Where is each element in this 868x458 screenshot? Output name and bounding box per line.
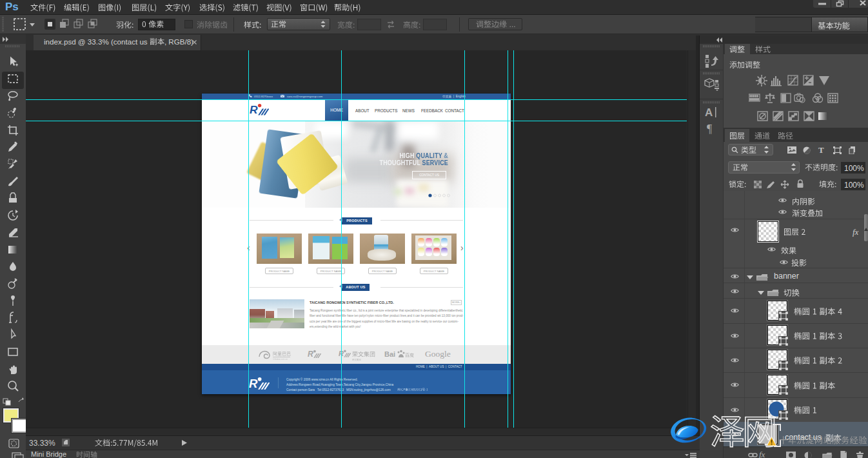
svg-text:Bai: Bai [384, 350, 395, 358]
svg-text:R: R [249, 377, 258, 390]
svg-text:R: R [250, 103, 258, 116]
svg-text:R: R [308, 350, 313, 359]
svg-text:¶: ¶ [707, 123, 712, 135]
svg-text:A: A [705, 106, 713, 118]
svg-text:Google: Google [425, 349, 451, 359]
